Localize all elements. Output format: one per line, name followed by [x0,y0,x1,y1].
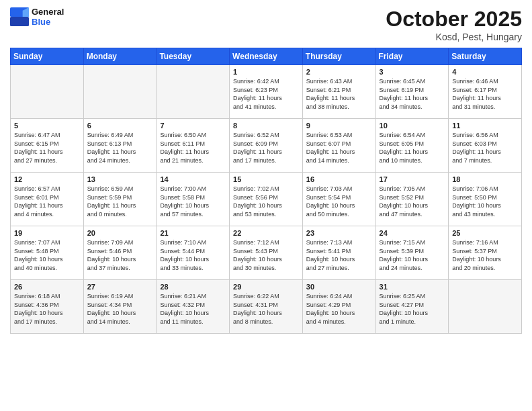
day-cell: 5Sunrise: 6:47 AM Sunset: 6:15 PM Daylig… [11,119,84,173]
day-number: 9 [306,122,372,130]
day-number: 18 [452,175,518,183]
day-number: 8 [233,122,299,130]
day-cell: 3Sunrise: 6:45 AM Sunset: 6:19 PM Daylig… [375,65,449,119]
day-cell [449,280,522,334]
day-cell: 28Sunrise: 6:21 AM Sunset: 4:32 PM Dayli… [157,280,230,334]
day-number: 11 [452,122,518,130]
day-cell: 26Sunrise: 6:18 AM Sunset: 4:36 PM Dayli… [11,280,84,334]
day-cell: 18Sunrise: 7:06 AM Sunset: 5:50 PM Dayli… [449,173,522,226]
header: General Blue October 2025 Kosd, Pest, Hu… [10,7,522,42]
day-cell: 31Sunrise: 6:25 AM Sunset: 4:27 PM Dayli… [375,280,449,334]
day-info: Sunrise: 6:56 AM Sunset: 6:03 PM Dayligh… [452,131,518,165]
day-cell: 7Sunrise: 6:50 AM Sunset: 6:11 PM Daylig… [157,119,230,173]
day-number: 29 [233,283,299,291]
location: Kosd, Pest, Hungary [386,32,522,42]
day-cell: 19Sunrise: 7:07 AM Sunset: 5:48 PM Dayli… [11,226,84,280]
day-number: 20 [87,229,153,237]
day-info: Sunrise: 7:05 AM Sunset: 5:52 PM Dayligh… [380,185,445,218]
day-info: Sunrise: 6:22 AM Sunset: 4:31 PM Dayligh… [233,292,299,326]
weekday-header-row: SundayMondayTuesdayWednesdayThursdayFrid… [11,48,522,65]
day-number: 27 [87,283,153,291]
day-info: Sunrise: 6:43 AM Sunset: 6:21 PM Dayligh… [306,77,372,111]
weekday-header-sunday: Sunday [11,48,84,65]
day-cell: 8Sunrise: 6:52 AM Sunset: 6:09 PM Daylig… [230,119,303,173]
week-row-5: 26Sunrise: 6:18 AM Sunset: 4:36 PM Dayli… [11,280,522,334]
logo-text: General Blue [32,7,64,27]
day-info: Sunrise: 6:42 AM Sunset: 6:23 PM Dayligh… [233,77,299,111]
day-cell: 22Sunrise: 7:12 AM Sunset: 5:43 PM Dayli… [230,226,303,280]
day-info: Sunrise: 6:18 AM Sunset: 4:36 PM Dayligh… [14,292,80,326]
day-number: 4 [452,68,518,76]
day-cell: 16Sunrise: 7:03 AM Sunset: 5:54 PM Dayli… [302,173,375,226]
day-info: Sunrise: 6:45 AM Sunset: 6:19 PM Dayligh… [380,77,445,111]
day-info: Sunrise: 6:24 AM Sunset: 4:29 PM Dayligh… [306,292,372,326]
day-number: 2 [306,68,372,76]
weekday-header-thursday: Thursday [302,48,375,65]
day-number: 30 [306,283,372,291]
day-info: Sunrise: 7:10 AM Sunset: 5:44 PM Dayligh… [160,238,226,272]
weekday-header-saturday: Saturday [449,48,522,65]
day-number: 3 [380,68,445,76]
day-info: Sunrise: 6:57 AM Sunset: 6:01 PM Dayligh… [14,185,80,218]
week-row-2: 5Sunrise: 6:47 AM Sunset: 6:15 PM Daylig… [11,119,522,173]
day-number: 16 [306,175,372,183]
day-number: 12 [14,175,80,183]
day-info: Sunrise: 7:15 AM Sunset: 5:39 PM Dayligh… [380,238,445,272]
day-cell: 11Sunrise: 6:56 AM Sunset: 6:03 PM Dayli… [449,119,522,173]
day-cell: 14Sunrise: 7:00 AM Sunset: 5:58 PM Dayli… [157,173,230,226]
day-number: 5 [14,122,80,130]
day-cell [157,65,230,119]
day-cell: 2Sunrise: 6:43 AM Sunset: 6:21 PM Daylig… [302,65,375,119]
day-cell: 13Sunrise: 6:59 AM Sunset: 5:59 PM Dayli… [83,173,157,226]
day-cell: 17Sunrise: 7:05 AM Sunset: 5:52 PM Dayli… [375,173,449,226]
day-info: Sunrise: 7:09 AM Sunset: 5:46 PM Dayligh… [87,238,153,272]
day-cell: 12Sunrise: 6:57 AM Sunset: 6:01 PM Dayli… [11,173,84,226]
week-row-1: 1Sunrise: 6:42 AM Sunset: 6:23 PM Daylig… [11,65,522,119]
logo-icon [10,7,29,26]
day-number: 24 [380,229,445,237]
weekday-header-wednesday: Wednesday [230,48,303,65]
day-cell: 15Sunrise: 7:02 AM Sunset: 5:56 PM Dayli… [230,173,303,226]
day-number: 1 [233,68,299,76]
day-info: Sunrise: 6:47 AM Sunset: 6:15 PM Dayligh… [14,131,80,165]
day-cell: 24Sunrise: 7:15 AM Sunset: 5:39 PM Dayli… [375,226,449,280]
day-info: Sunrise: 6:25 AM Sunset: 4:27 PM Dayligh… [380,292,445,326]
day-number: 10 [380,122,445,130]
day-number: 6 [87,122,153,130]
day-info: Sunrise: 6:19 AM Sunset: 4:34 PM Dayligh… [87,292,153,326]
weekday-header-monday: Monday [83,48,157,65]
day-info: Sunrise: 6:52 AM Sunset: 6:09 PM Dayligh… [233,131,299,165]
day-cell: 1Sunrise: 6:42 AM Sunset: 6:23 PM Daylig… [230,65,303,119]
day-cell: 4Sunrise: 6:46 AM Sunset: 6:17 PM Daylig… [449,65,522,119]
calendar-table: SundayMondayTuesdayWednesdayThursdayFrid… [10,48,522,334]
day-cell: 27Sunrise: 6:19 AM Sunset: 4:34 PM Dayli… [83,280,157,334]
day-cell [83,65,157,119]
day-cell: 25Sunrise: 7:16 AM Sunset: 5:37 PM Dayli… [449,226,522,280]
day-cell [11,65,84,119]
week-row-3: 12Sunrise: 6:57 AM Sunset: 6:01 PM Dayli… [11,173,522,226]
title-block: October 2025 Kosd, Pest, Hungary [386,7,522,42]
day-cell: 29Sunrise: 6:22 AM Sunset: 4:31 PM Dayli… [230,280,303,334]
day-info: Sunrise: 6:59 AM Sunset: 5:59 PM Dayligh… [87,185,153,218]
day-info: Sunrise: 7:16 AM Sunset: 5:37 PM Dayligh… [452,238,518,272]
day-number: 7 [160,122,226,130]
day-cell: 9Sunrise: 6:53 AM Sunset: 6:07 PM Daylig… [302,119,375,173]
day-number: 17 [380,175,445,183]
day-number: 21 [160,229,226,237]
day-number: 23 [306,229,372,237]
day-cell: 10Sunrise: 6:54 AM Sunset: 6:05 PM Dayli… [375,119,449,173]
day-info: Sunrise: 7:07 AM Sunset: 5:48 PM Dayligh… [14,238,80,272]
day-info: Sunrise: 6:53 AM Sunset: 6:07 PM Dayligh… [306,131,372,165]
day-info: Sunrise: 7:03 AM Sunset: 5:54 PM Dayligh… [306,185,372,218]
month-title: October 2025 [386,7,522,32]
day-info: Sunrise: 7:00 AM Sunset: 5:58 PM Dayligh… [160,185,226,218]
day-info: Sunrise: 6:21 AM Sunset: 4:32 PM Dayligh… [160,292,226,326]
day-number: 22 [233,229,299,237]
day-info: Sunrise: 6:54 AM Sunset: 6:05 PM Dayligh… [380,131,445,165]
day-cell: 6Sunrise: 6:49 AM Sunset: 6:13 PM Daylig… [83,119,157,173]
day-info: Sunrise: 6:46 AM Sunset: 6:17 PM Dayligh… [452,77,518,111]
weekday-header-tuesday: Tuesday [157,48,230,65]
calendar-page: General Blue October 2025 Kosd, Pest, Hu… [0,0,532,411]
svg-rect-1 [10,17,29,26]
day-cell: 23Sunrise: 7:13 AM Sunset: 5:41 PM Dayli… [302,226,375,280]
